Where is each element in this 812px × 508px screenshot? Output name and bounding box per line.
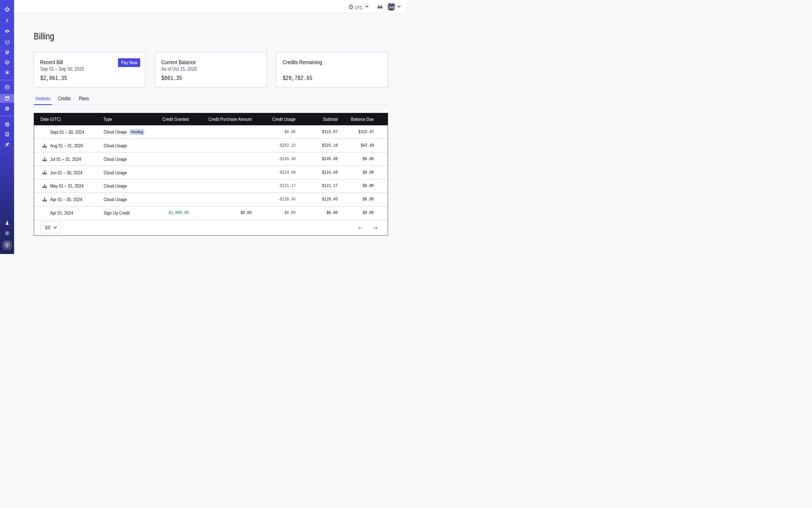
svg-text:$: $ (6, 244, 8, 247)
